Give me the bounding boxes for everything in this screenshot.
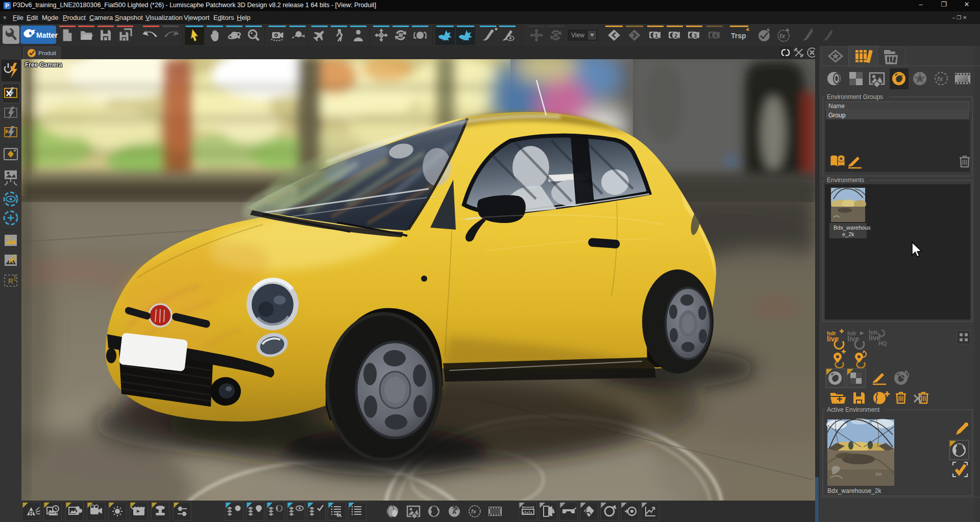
svg-text:HQ: HQ [878,340,887,346]
svg-text:live: live [847,335,860,343]
svg-text:Bdx_warehous: Bdx_warehous [834,225,871,231]
svg-text:fx: fx [779,32,786,40]
svg-text:A: A [918,76,922,83]
svg-text:R: R [8,277,13,285]
svg-text:R: R [29,510,34,517]
svg-text:View: View [571,32,584,39]
svg-text:Bdx_warehouse_2k: Bdx_warehouse_2k [827,487,881,494]
svg-text:4: 4 [714,33,718,39]
svg-text:Group: Group [828,112,846,119]
svg-text:2: 2 [674,33,677,39]
svg-text:Trsp: Trsp [731,32,746,40]
svg-text:Environments: Environments [827,177,864,184]
svg-text:Matter: Matter [36,31,58,39]
svg-text:1: 1 [655,33,658,39]
svg-text:e_2k: e_2k [842,231,854,237]
svg-text:Environment Groups: Environment Groups [827,93,883,101]
svg-text:R: R [9,257,14,265]
svg-text:live: live [827,335,839,343]
svg-text:fx: fx [937,75,943,83]
svg-text:3: 3 [694,33,697,39]
svg-text:Active Environment: Active Environment [827,406,880,413]
svg-text:Name: Name [828,103,845,110]
svg-text:Go: Go [875,471,881,477]
